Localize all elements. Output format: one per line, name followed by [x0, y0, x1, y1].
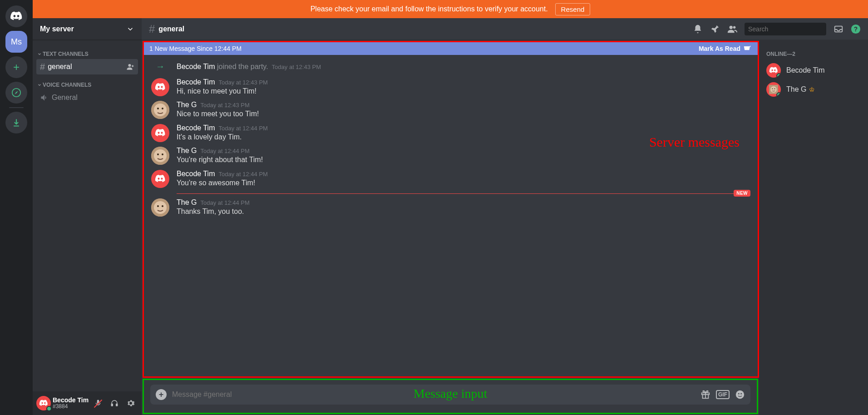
system-message: → Becode Tim joined the party.Today at 1… — [144, 59, 758, 74]
new-badge: NEW — [734, 190, 750, 197]
member-item[interactable]: The G ♔ — [763, 80, 864, 99]
svg-point-27 — [740, 393, 742, 395]
mute-button[interactable] — [91, 396, 105, 410]
message-avatar[interactable] — [151, 170, 169, 188]
join-arrow-icon: → — [151, 61, 169, 72]
user-info[interactable]: Becode Tim #3884 — [53, 397, 89, 410]
category-label: VOICE CHANNELS — [43, 82, 91, 88]
message: The GToday at 12:43 PMNice to meet you t… — [144, 97, 758, 120]
gif-button[interactable]: GIF — [716, 390, 730, 399]
member-name: The G ♔ — [786, 85, 815, 94]
message-author[interactable]: Becode Tim — [177, 124, 215, 132]
create-invite-icon[interactable] — [126, 63, 134, 71]
message-author[interactable]: The G — [177, 101, 197, 109]
crown-icon: ♔ — [809, 86, 815, 93]
svg-point-12 — [154, 104, 167, 116]
pin-icon[interactable] — [710, 24, 720, 34]
voice-channels-category[interactable]: VOICE CHANNELS — [36, 74, 138, 90]
channel-title: general — [158, 25, 184, 33]
message-timestamp: Today at 12:44 PM — [218, 171, 267, 178]
download-button[interactable] — [5, 112, 27, 133]
input-wrap: + GIF Message input — [143, 379, 758, 414]
message-author[interactable]: The G — [177, 147, 197, 155]
hash-icon: # — [40, 62, 45, 72]
message-head: Becode TimToday at 12:44 PM — [177, 124, 750, 132]
svg-rect-3 — [111, 404, 113, 406]
status-indicator — [776, 73, 781, 78]
message-avatar[interactable] — [151, 78, 169, 96]
message: The GToday at 12:44 PMYou're right about… — [144, 143, 758, 166]
messages-scroll[interactable]: → Becode Tim joined the party.Today at 1… — [144, 55, 758, 376]
message-head: The GToday at 12:43 PM — [177, 101, 750, 109]
inbox-icon[interactable] — [833, 24, 843, 34]
help-icon[interactable]: ? — [851, 24, 861, 34]
svg-marker-1 — [15, 91, 18, 94]
server-header[interactable]: My server — [33, 18, 142, 40]
svg-point-30 — [772, 89, 773, 89]
member-avatar — [766, 63, 781, 78]
settings-button[interactable] — [123, 396, 138, 410]
message-timestamp: Today at 12:43 PM — [218, 79, 267, 86]
chevron-down-icon — [37, 52, 42, 56]
member-item[interactable]: Becode Tim — [763, 61, 864, 80]
message-body: Becode TimToday at 12:44 PMIt's a lovely… — [177, 124, 750, 142]
message: The GToday at 12:44 PMThanks Tim, you to… — [144, 195, 758, 217]
verify-banner: Please check your email and follow the i… — [33, 0, 868, 18]
explore-button[interactable] — [5, 82, 27, 104]
guild-bar: Ms + — [0, 0, 33, 415]
message-body: The GToday at 12:43 PMNice to meet you t… — [177, 101, 750, 119]
message-input[interactable] — [172, 390, 695, 399]
add-server-button[interactable]: + — [5, 56, 27, 78]
message-text: Hi, nice to meet you Tim! — [177, 86, 750, 96]
channel-general[interactable]: # general — [36, 59, 138, 74]
category-label: TEXT CHANNELS — [43, 51, 89, 57]
system-text: Becode Tim joined the party.Today at 12:… — [177, 63, 321, 71]
member-name: Becode Tim — [786, 66, 824, 74]
message-avatar[interactable] — [151, 198, 169, 217]
search-input[interactable] — [748, 25, 828, 33]
channel-sidebar: My server TEXT CHANNELS # general V — [33, 18, 142, 415]
notifications-icon[interactable] — [693, 24, 703, 34]
message-head: Becode TimToday at 12:44 PM — [177, 170, 750, 178]
channel-label: general — [48, 63, 72, 71]
user-avatar[interactable] — [36, 396, 51, 410]
resend-button[interactable]: Resend — [555, 3, 591, 15]
voice-channel-general[interactable]: General — [36, 90, 138, 105]
svg-rect-4 — [116, 404, 118, 406]
deafen-button[interactable] — [107, 396, 122, 410]
server-name: My server — [40, 25, 74, 33]
svg-point-22 — [162, 205, 163, 207]
message-input-box: + GIF — [150, 385, 750, 405]
svg-point-26 — [738, 393, 740, 395]
search-box[interactable] — [745, 23, 826, 35]
emoji-icon[interactable] — [735, 390, 745, 400]
message-author[interactable]: The G — [177, 198, 197, 207]
user-panel: Becode Tim #3884 — [33, 391, 142, 415]
system-user: Becode Tim — [177, 63, 215, 70]
svg-point-6 — [733, 26, 736, 29]
mark-read-icon — [743, 44, 752, 53]
messages-column: 1 New Message Since 12:44 PM Mark As Rea… — [143, 41, 759, 378]
message-avatar[interactable] — [151, 101, 169, 119]
verify-text: Please check your email and follow the i… — [311, 5, 548, 13]
main-column: Please check your email and follow the i… — [33, 0, 868, 415]
mark-as-read-button[interactable]: Mark As Read — [699, 44, 752, 53]
attach-button[interactable]: + — [156, 389, 167, 400]
message-author[interactable]: Becode Tim — [177, 78, 215, 86]
hash-icon: # — [149, 23, 155, 35]
username: Becode Tim — [53, 397, 89, 404]
message-avatar[interactable] — [151, 124, 169, 142]
text-channels-category[interactable]: TEXT CHANNELS — [36, 44, 138, 59]
message-avatar[interactable] — [151, 147, 169, 165]
members-icon[interactable] — [727, 24, 737, 34]
server-icon[interactable]: Ms — [5, 31, 27, 53]
svg-point-13 — [157, 108, 159, 109]
new-message-bar[interactable]: 1 New Message Since 12:44 PM Mark As Rea… — [144, 42, 758, 55]
message-author[interactable]: Becode Tim — [177, 170, 215, 178]
system-timestamp: Today at 12:43 PM — [272, 64, 321, 70]
mark-label: Mark As Read — [699, 45, 740, 52]
svg-point-2 — [128, 64, 131, 67]
gift-icon[interactable] — [700, 390, 710, 400]
chat-body: 1 New Message Since 12:44 PM Mark As Rea… — [142, 40, 868, 415]
home-button[interactable] — [5, 5, 27, 27]
